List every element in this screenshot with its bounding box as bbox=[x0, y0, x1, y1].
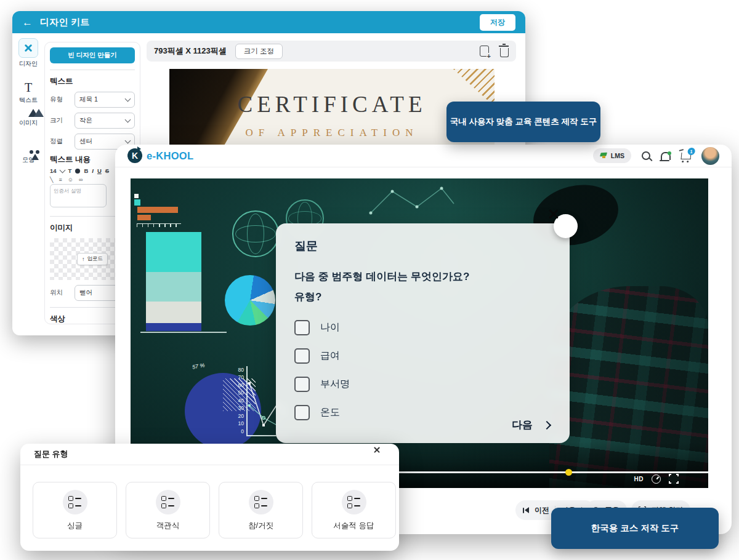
color-swatch-icon[interactable] bbox=[75, 169, 80, 174]
field-label: 위치 bbox=[50, 289, 75, 297]
type-card-true-false[interactable]: 참/거짓 bbox=[219, 482, 303, 538]
trash-icon[interactable] bbox=[500, 48, 509, 57]
select-value: 뻗어 bbox=[79, 289, 92, 297]
search-icon[interactable] bbox=[642, 151, 650, 160]
option-label: 나이 bbox=[320, 321, 340, 334]
certificate-subtitle: OF APPRECIATION bbox=[169, 127, 495, 139]
create-blank-design-button[interactable]: 빈 디자인 만들기 bbox=[50, 47, 135, 63]
emoji-icon[interactable]: ☺ bbox=[68, 177, 73, 183]
callout-course-tool: 한국용 코스 저작 도구 bbox=[551, 508, 719, 549]
sidebar-label: 모양 bbox=[12, 156, 44, 164]
ekhool-logo-icon: K bbox=[127, 148, 142, 163]
popup-header: 질문 유형 bbox=[20, 444, 399, 465]
quiz-question-line1: 다음 중 범주형 데이터는 무엇인가요? bbox=[294, 269, 551, 285]
chevron-down-icon bbox=[125, 138, 131, 144]
checkbox[interactable] bbox=[294, 320, 310, 335]
checkbox[interactable] bbox=[294, 377, 310, 392]
text-tool-icon: T bbox=[25, 81, 32, 94]
quiz-modal-title: 질문 bbox=[294, 238, 551, 254]
option-label: 온도 bbox=[320, 406, 340, 419]
previous-button[interactable]: 이전 bbox=[535, 505, 549, 516]
design-kit-header: ← 디자인 키트 저장 bbox=[12, 11, 525, 33]
quiz-close-button[interactable] bbox=[554, 214, 578, 238]
sidebar-label: 디자인 bbox=[12, 60, 44, 68]
field-row-type: 유형 제목 1 bbox=[50, 92, 135, 108]
link-icon[interactable]: ∞ bbox=[79, 177, 83, 183]
user-avatar[interactable] bbox=[701, 147, 719, 165]
field-label: 크기 bbox=[50, 116, 75, 125]
popup-close-button[interactable] bbox=[377, 450, 386, 458]
video-player[interactable]: 57 % 8070 6050 4030 2010 0 bbox=[131, 178, 708, 488]
field-label: 유형 bbox=[50, 95, 75, 104]
list-icon[interactable]: ≡ bbox=[59, 177, 62, 183]
back-arrow-icon[interactable]: ← bbox=[22, 17, 33, 28]
chevron-down-icon bbox=[125, 117, 131, 123]
type-card-single[interactable]: 싱글 bbox=[33, 482, 117, 538]
fullscreen-icon[interactable] bbox=[669, 474, 679, 484]
sidebar-label: 텍스트 bbox=[12, 96, 44, 105]
pencil-icon[interactable]: ╲ bbox=[50, 177, 53, 183]
hd-quality-label[interactable]: HD bbox=[634, 476, 644, 482]
checklist-icon-chip bbox=[156, 490, 180, 514]
previous-icon bbox=[523, 507, 529, 513]
sidebar-item-design[interactable]: 디자인 bbox=[12, 38, 44, 68]
bold-icon[interactable]: B bbox=[84, 167, 88, 174]
field-label: 정렬 bbox=[50, 137, 75, 146]
ekhool-logo[interactable]: K e-KHOOL bbox=[127, 148, 193, 163]
underline-icon[interactable]: U bbox=[97, 167, 102, 174]
certificate-description-textarea[interactable] bbox=[50, 184, 107, 207]
select-value: 센터 bbox=[79, 137, 92, 146]
quiz-option-row[interactable]: 부서명 bbox=[294, 377, 551, 392]
canvas-size-label: 793픽셀 X 1123픽셀 bbox=[154, 46, 227, 57]
type-card-descriptive[interactable]: 서술적 응답 bbox=[312, 482, 396, 538]
design-kit-sidebar: 디자인 T 텍스트 이미지 모양 bbox=[12, 33, 44, 335]
divider bbox=[50, 70, 135, 70]
design-kit-title: 디자인 키트 bbox=[40, 17, 89, 28]
cart-count-badge: 1 bbox=[687, 148, 695, 155]
checklist-icon-chip bbox=[249, 490, 273, 514]
sidebar-item-image[interactable]: 이미지 bbox=[12, 117, 44, 127]
quiz-option-row[interactable]: 급여 bbox=[294, 348, 551, 364]
question-type-popup: 질문 유형 싱글 객관식 참/거짓 bbox=[20, 444, 399, 551]
save-button[interactable]: 저장 bbox=[480, 14, 515, 31]
lms-mode-pill[interactable]: LMS bbox=[593, 148, 631, 163]
font-size-value[interactable]: 14 bbox=[50, 167, 57, 174]
screenshot-stage: ← 디자인 키트 저장 디자인 T 텍스트 이미지 모양 빈 디자인 만들 bbox=[0, 0, 739, 560]
sidebar-label: 이미지 bbox=[12, 119, 44, 127]
quiz-question-line2: 유형? bbox=[294, 290, 551, 304]
checklist-icon-chip bbox=[63, 490, 87, 514]
select-value: 제목 1 bbox=[79, 95, 98, 104]
new-page-icon[interactable] bbox=[480, 46, 489, 57]
lms-header: K e-KHOOL LMS 1 bbox=[115, 145, 732, 167]
cart-icon[interactable]: 1 bbox=[681, 153, 692, 159]
sidebar-item-shape[interactable]: 모양 bbox=[12, 154, 44, 164]
notification-bell-icon[interactable] bbox=[661, 152, 671, 160]
text-section-heading: 텍스트 bbox=[50, 76, 135, 87]
chevron-down-icon bbox=[59, 167, 65, 173]
type-card-multiple-choice[interactable]: 객관식 bbox=[126, 482, 210, 538]
upload-button[interactable]: ↑ 업로드 bbox=[77, 253, 108, 265]
playback-speed-icon[interactable] bbox=[652, 474, 661, 484]
resize-button[interactable]: 크기 조정 bbox=[235, 44, 283, 59]
option-label: 급여 bbox=[320, 350, 340, 362]
checkbox[interactable] bbox=[294, 405, 310, 420]
notification-dot bbox=[668, 151, 671, 155]
video-progress-handle[interactable] bbox=[565, 469, 572, 476]
quiz-next-button[interactable]: 다음 bbox=[512, 418, 550, 432]
type-select[interactable]: 제목 1 bbox=[75, 92, 135, 108]
question-type-cards: 싱글 객관식 참/거짓 서술적 응답 bbox=[33, 482, 396, 538]
strikethrough-icon[interactable]: S bbox=[105, 167, 109, 174]
checklist-icon-chip bbox=[342, 490, 366, 514]
sidebar-item-text[interactable]: T 텍스트 bbox=[12, 81, 44, 105]
quiz-option-row[interactable]: 나이 bbox=[294, 320, 551, 335]
chevron-down-icon bbox=[125, 96, 131, 102]
upload-arrow-icon: ↑ bbox=[82, 256, 85, 262]
callout-content-tool: 국내 사용자 맞춤 교육 콘텐츠 제작 도구 bbox=[446, 102, 600, 142]
upload-label: 업로드 bbox=[87, 255, 103, 263]
next-label: 다음 bbox=[512, 418, 533, 432]
checkbox[interactable] bbox=[294, 348, 310, 364]
graduation-cap-icon bbox=[600, 153, 607, 159]
italic-icon[interactable]: I bbox=[92, 167, 94, 174]
text-style-icon[interactable]: T bbox=[68, 167, 72, 174]
size-select[interactable]: 작은 bbox=[75, 113, 135, 129]
